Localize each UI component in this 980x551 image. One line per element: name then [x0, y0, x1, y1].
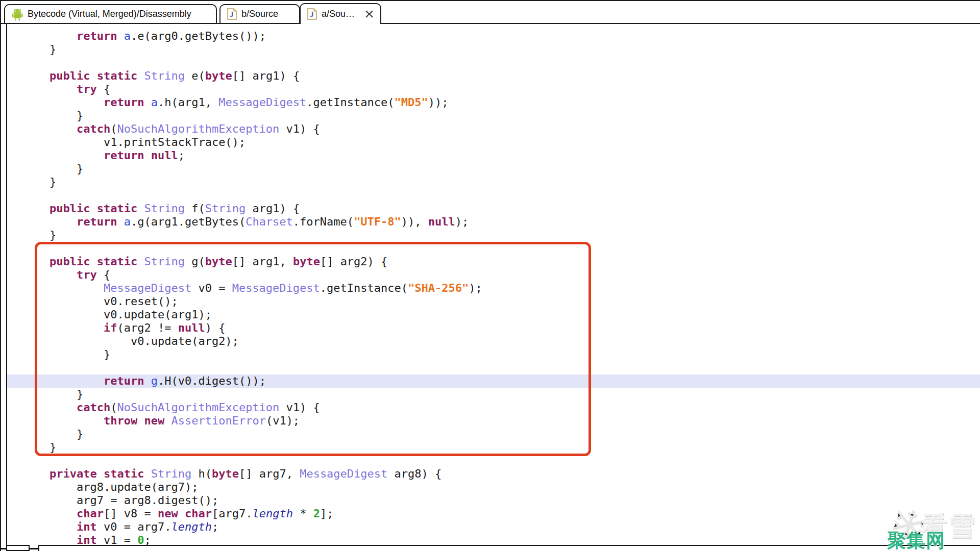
- code-line[interactable]: public static String g(byte[] arg1, byte…: [7, 255, 980, 268]
- tab-bytecode-disassembly[interactable]: Bytecode (Virtual, Merged)/Disassembly: [4, 4, 217, 23]
- code-line[interactable]: }: [7, 176, 980, 189]
- editor[interactable]: return a.e(arg0.getBytes());} public sta…: [0, 24, 980, 551]
- code-line[interactable]: return null;: [7, 149, 980, 162]
- code-line[interactable]: private static String h(byte[] arg7, Mes…: [7, 467, 980, 481]
- code-line[interactable]: }: [7, 441, 980, 454]
- code-line[interactable]: try {: [7, 83, 980, 96]
- tab-bar-divider: [0, 23, 980, 24]
- code-line[interactable]: arg8.update(arg7);: [7, 481, 980, 494]
- svg-text:J: J: [310, 10, 314, 18]
- code-line[interactable]: arg7 = arg8.digest();: [7, 494, 980, 507]
- tab-bar: Bytecode (Virtual, Merged)/Disassembly J…: [0, 0, 980, 24]
- java-file-icon: J: [227, 8, 237, 20]
- tab-a-source[interactable]: J a/Source: [300, 3, 381, 24]
- code-line[interactable]: v0.update(arg2);: [7, 335, 980, 348]
- android-icon: [12, 8, 23, 21]
- code-line[interactable]: v1.printStackTrace();: [7, 136, 980, 149]
- code-line[interactable]: [7, 189, 980, 202]
- code-line[interactable]: return a.h(arg1, MessageDigest.getInstan…: [7, 96, 980, 109]
- code-line[interactable]: if(arg2 != null) {: [7, 321, 980, 335]
- window-left-border: [0, 0, 1, 551]
- code-area[interactable]: return a.e(arg0.getBytes());} public sta…: [7, 30, 980, 551]
- code-line[interactable]: MessageDigest v0 = MessageDigest.getInst…: [7, 282, 980, 295]
- svg-text:J: J: [230, 10, 234, 18]
- tab-label: Bytecode (Virtual, Merged)/Disassembly: [28, 9, 191, 19]
- close-icon[interactable]: [365, 10, 374, 18]
- code-line[interactable]: int v0 = arg7.length;: [7, 520, 980, 534]
- code-line[interactable]: v0.update(arg1);: [7, 308, 980, 321]
- code-line[interactable]: return a.e(arg0.getBytes());: [7, 30, 980, 43]
- java-file-icon: J: [307, 8, 317, 20]
- code-line[interactable]: v0.reset();: [7, 295, 980, 308]
- code-line[interactable]: }: [7, 229, 980, 242]
- code-line[interactable]: }: [7, 43, 980, 56]
- code-line[interactable]: }: [7, 109, 980, 122]
- code-line[interactable]: throw new AssertionError(v1);: [7, 414, 980, 428]
- code-line[interactable]: [7, 454, 980, 467]
- code-line[interactable]: }: [7, 162, 980, 176]
- code-line[interactable]: public static String e(byte[] arg1) {: [7, 69, 980, 83]
- code-line[interactable]: char[] v8 = new char[arg7.length * 2];: [7, 507, 980, 520]
- window-top-border: [0, 0, 980, 1]
- tab-b-source[interactable]: J b/Source: [219, 4, 300, 23]
- code-line[interactable]: catch(NoSuchAlgorithmException v1) {: [7, 401, 980, 414]
- code-line[interactable]: }: [7, 388, 980, 401]
- code-line[interactable]: }: [7, 348, 980, 361]
- code-line[interactable]: [7, 56, 980, 69]
- code-line[interactable]: }: [7, 428, 980, 441]
- scrollbar-corner: [6, 545, 30, 551]
- tab-label: a/Source: [322, 9, 357, 19]
- code-line[interactable]: return a.g(arg1.getBytes(Charset.forName…: [7, 215, 980, 229]
- code-line[interactable]: try {: [7, 268, 980, 282]
- tab-label: b/Source: [241, 9, 278, 19]
- code-line[interactable]: [7, 242, 980, 255]
- code-line-highlighted[interactable]: return g.H(v0.digest());: [7, 374, 980, 388]
- code-line[interactable]: [7, 361, 980, 374]
- code-line[interactable]: public static String f(String arg1) {: [7, 202, 980, 215]
- horizontal-scrollbar[interactable]: [38, 545, 980, 551]
- code-line[interactable]: catch(NoSuchAlgorithmException v1) {: [7, 122, 980, 136]
